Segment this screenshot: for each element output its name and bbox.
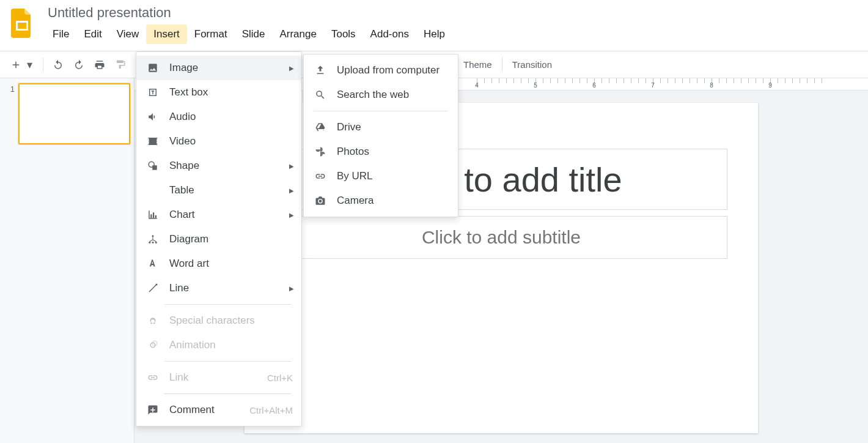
line-icon bbox=[145, 283, 161, 294]
image-item-camera[interactable]: Camera bbox=[304, 188, 458, 213]
new-slide-button[interactable] bbox=[6, 55, 26, 75]
insert-item-chart[interactable]: Chart▶ bbox=[136, 203, 301, 227]
image-item-search-the-web[interactable]: Search the web bbox=[304, 83, 458, 107]
image-submenu[interactable]: Upload from computerSearch the webDriveP… bbox=[303, 54, 458, 217]
menu-item-label: Upload from computer bbox=[337, 64, 440, 76]
search-icon bbox=[312, 89, 328, 100]
submenu-arrow-icon: ▶ bbox=[289, 187, 294, 194]
insert-item-line[interactable]: Line▶ bbox=[136, 276, 301, 300]
menu-item-label: Special characters bbox=[169, 315, 255, 327]
menu-tools[interactable]: Tools bbox=[324, 24, 363, 44]
menu-item-label: Word art bbox=[169, 258, 209, 270]
menu-shortcut: Ctrl+K bbox=[267, 373, 293, 383]
ruler-label: 5 bbox=[534, 82, 537, 89]
url-link-icon bbox=[312, 171, 328, 182]
subtitle-placeholder[interactable]: Click to add subtitle bbox=[275, 216, 727, 259]
insert-item-diagram[interactable]: Diagram bbox=[136, 227, 301, 251]
insert-item-animation: Animation bbox=[136, 333, 301, 357]
new-slide-dropdown[interactable]: ▾ bbox=[27, 55, 38, 75]
menu-format[interactable]: Format bbox=[187, 24, 235, 44]
menu-item-label: Video bbox=[169, 135, 196, 147]
filmstrip[interactable]: 1 bbox=[0, 78, 134, 443]
toolbar-right: Theme Transition bbox=[449, 56, 558, 73]
camera-icon bbox=[312, 195, 328, 206]
textbox-icon bbox=[145, 87, 161, 98]
chart-icon bbox=[145, 209, 161, 220]
theme-button[interactable]: Theme bbox=[457, 56, 498, 73]
shape-icon bbox=[145, 160, 161, 171]
link-icon bbox=[145, 372, 161, 383]
menu-item-label: Comment bbox=[169, 404, 215, 416]
menu-item-label: Search the web bbox=[337, 89, 409, 101]
insert-dropdown[interactable]: Image▶Text boxAudioVideoShape▶Table▶Char… bbox=[136, 51, 302, 426]
omega-icon bbox=[145, 315, 161, 326]
slides-logo[interactable] bbox=[10, 7, 34, 39]
menu-item-label: Table bbox=[169, 184, 194, 196]
image-item-photos[interactable]: Photos bbox=[304, 140, 458, 164]
menu-item-label: By URL bbox=[337, 170, 373, 182]
menu-separator bbox=[314, 111, 448, 111]
insert-item-image[interactable]: Image▶ bbox=[136, 56, 301, 80]
submenu-arrow-icon: ▶ bbox=[289, 212, 294, 218]
insert-item-text-box[interactable]: Text box bbox=[136, 80, 301, 105]
ruler-label: 8 bbox=[710, 82, 713, 89]
redo-button[interactable] bbox=[69, 55, 89, 75]
menu-help[interactable]: Help bbox=[416, 24, 452, 44]
menu-shortcut: Ctrl+Alt+M bbox=[249, 405, 293, 415]
menu-file[interactable]: File bbox=[45, 24, 76, 44]
image-icon bbox=[145, 62, 161, 73]
menu-view[interactable]: View bbox=[109, 24, 147, 44]
upload-icon bbox=[312, 65, 328, 76]
menu-arrange[interactable]: Arrange bbox=[272, 24, 323, 44]
svg-rect-20 bbox=[18, 23, 26, 29]
print-button[interactable] bbox=[90, 55, 109, 75]
menu-item-label: Photos bbox=[337, 146, 369, 158]
comment-icon bbox=[145, 404, 161, 415]
menu-item-label: Line bbox=[169, 282, 189, 294]
menu-separator bbox=[164, 361, 292, 362]
menu-addons[interactable]: Add-ons bbox=[363, 24, 416, 44]
menu-separator bbox=[164, 393, 292, 394]
insert-item-comment[interactable]: CommentCtrl+Alt+M bbox=[136, 398, 301, 422]
transition-button[interactable]: Transition bbox=[506, 56, 558, 73]
paint-format-button[interactable] bbox=[111, 55, 130, 75]
insert-item-video[interactable]: Video bbox=[136, 129, 301, 154]
menu-item-label: Camera bbox=[337, 195, 373, 207]
document-title[interactable]: Untitled presentation bbox=[45, 5, 452, 21]
insert-item-audio[interactable]: Audio bbox=[136, 105, 301, 129]
wordart-icon bbox=[145, 258, 161, 269]
slide-number: 1 bbox=[4, 83, 15, 94]
photos-icon bbox=[312, 146, 328, 157]
video-icon bbox=[145, 136, 161, 147]
insert-item-word-art[interactable]: Word art bbox=[136, 251, 301, 276]
ruler-label: 6 bbox=[592, 82, 596, 89]
insert-item-table[interactable]: Table▶ bbox=[136, 178, 301, 203]
drive-icon bbox=[312, 122, 328, 133]
app-header: Untitled presentation File Edit View Ins… bbox=[0, 0, 868, 51]
separator bbox=[43, 58, 43, 72]
menu-slide[interactable]: Slide bbox=[235, 24, 273, 44]
menu-item-label: Chart bbox=[169, 209, 195, 221]
insert-item-special-characters: Special characters bbox=[136, 308, 301, 333]
menu-item-label: Shape bbox=[169, 160, 199, 172]
ruler-label: 9 bbox=[768, 82, 772, 89]
menu-edit[interactable]: Edit bbox=[76, 24, 109, 44]
menu-item-label: Drive bbox=[337, 121, 361, 133]
slide-thumbnail-preview[interactable] bbox=[18, 83, 130, 144]
insert-item-shape[interactable]: Shape▶ bbox=[136, 154, 301, 178]
insert-item-link: LinkCtrl+K bbox=[136, 365, 301, 390]
document-area: Untitled presentation File Edit View Ins… bbox=[45, 5, 452, 44]
slide-thumbnail[interactable]: 1 bbox=[0, 83, 134, 144]
submenu-arrow-icon: ▶ bbox=[289, 65, 294, 72]
image-item-drive[interactable]: Drive bbox=[304, 115, 458, 140]
image-item-by-url[interactable]: By URL bbox=[304, 164, 458, 188]
audio-icon bbox=[145, 111, 161, 122]
image-item-upload-from-computer[interactable]: Upload from computer bbox=[304, 58, 458, 83]
menu-item-label: Text box bbox=[169, 86, 208, 99]
subtitle-placeholder-text: Click to add subtitle bbox=[422, 227, 581, 248]
menu-insert[interactable]: Insert bbox=[146, 24, 187, 44]
menu-item-label: Diagram bbox=[169, 233, 208, 245]
submenu-arrow-icon: ▶ bbox=[289, 285, 294, 292]
menu-item-label: Animation bbox=[169, 339, 216, 351]
undo-button[interactable] bbox=[48, 55, 68, 75]
